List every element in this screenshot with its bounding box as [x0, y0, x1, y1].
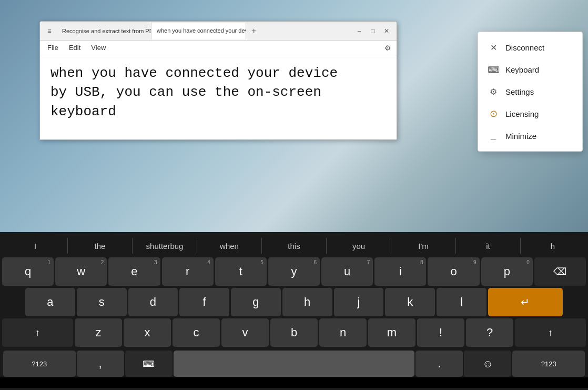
bottom-bar [0, 377, 588, 388]
tab-0-label: Recognise and extract text from PDF [62, 28, 151, 34]
dropdown-keyboard[interactable]: ⌨ Keyboard [478, 58, 582, 81]
minimize-label: Minimize [505, 132, 536, 141]
key-d[interactable]: d [128, 288, 178, 316]
suggestion-3[interactable]: when [199, 239, 259, 253]
key-comma[interactable]: , [77, 351, 124, 377]
tab-0[interactable]: Recognise and extract text from PDF ● [57, 23, 151, 39]
divider-2 [132, 238, 133, 254]
suggestion-5[interactable]: you [329, 239, 389, 253]
notepad-app-icon: ≡ [45, 27, 54, 35]
window-controls: – □ ✕ [353, 25, 394, 37]
suggestions-row: I the shutterbug when this you I'm it h [0, 235, 588, 256]
key-symbol-right[interactable]: ?123 [512, 351, 585, 377]
suggestion-1[interactable]: the [70, 239, 130, 253]
key-row-1: q1 w2 e3 r4 t5 y6 u7 i8 o9 p0 ⌫ [2, 257, 586, 286]
notepad-content[interactable]: when you have connected your device by U… [40, 55, 397, 139]
dropdown-minimize[interactable]: _ Minimize [478, 125, 582, 147]
key-exclaim[interactable]: ! [417, 318, 464, 347]
divider-4 [261, 238, 262, 254]
dropdown-settings[interactable]: ⚙ Settings [478, 81, 582, 103]
window-menubar: File Edit View ⚙ [40, 41, 397, 55]
minimize-icon: _ [488, 130, 499, 142]
period-label: . [438, 357, 441, 371]
key-z[interactable]: z [75, 318, 122, 347]
key-c[interactable]: c [173, 318, 220, 347]
key-f[interactable]: f [179, 288, 229, 316]
key-shift-left[interactable]: ↑ [2, 318, 73, 347]
new-tab-button[interactable]: + [246, 26, 261, 36]
settings-icon[interactable]: ⚙ [384, 44, 394, 52]
keyboard-icon: ⌨ [488, 64, 499, 75]
disconnect-icon: ✕ [488, 42, 499, 53]
key-row-2: a s d f g h j k l ↵ [2, 288, 586, 316]
key-shift-right[interactable]: ↑ [515, 318, 586, 347]
divider-3 [197, 238, 197, 254]
key-question[interactable]: ? [466, 318, 513, 347]
key-h[interactable]: h [282, 288, 332, 316]
key-m[interactable]: m [368, 318, 415, 347]
tab-area: Recognise and extract text from PDF ● wh… [57, 22, 353, 40]
key-n[interactable]: n [319, 318, 367, 347]
key-j[interactable]: j [334, 288, 384, 316]
menu-file[interactable]: File [42, 41, 64, 55]
key-g[interactable]: g [231, 288, 281, 316]
maximize-button[interactable]: □ [367, 25, 379, 37]
key-space[interactable] [174, 351, 415, 377]
gear-icon: ⚙ [488, 86, 499, 97]
key-backspace[interactable]: ⌫ [534, 257, 586, 286]
key-w[interactable]: w2 [55, 257, 107, 286]
keyboard-area: I the shutterbug when this you I'm it h … [0, 232, 588, 390]
symbol-left-label: ?123 [32, 360, 47, 368]
suggestion-8[interactable]: h [523, 239, 583, 253]
key-b[interactable]: b [270, 318, 318, 347]
key-l[interactable]: l [437, 288, 486, 316]
menu-view[interactable]: View [86, 41, 111, 55]
divider-7 [455, 238, 456, 254]
menu-edit[interactable]: Edit [64, 41, 86, 55]
dropdown-disconnect[interactable]: ✕ Disconnect [478, 36, 582, 58]
keyboard-keys: q1 w2 e3 r4 t5 y6 u7 i8 o9 p0 ⌫ a s d f … [0, 256, 588, 350]
suggestion-2[interactable]: shutterbug [135, 239, 195, 253]
suggestion-6[interactable]: I'm [393, 239, 453, 253]
key-y[interactable]: y6 [268, 257, 320, 286]
key-r[interactable]: r4 [162, 257, 214, 286]
desktop: ≡ Recognise and extract text from PDF ● … [0, 0, 588, 390]
dropdown-licensing[interactable]: ⊙ Licensing [478, 103, 582, 125]
minimize-button[interactable]: – [353, 25, 365, 37]
close-button[interactable]: ✕ [381, 25, 392, 37]
tab-1[interactable]: when you have connected your dev… ● [151, 23, 246, 39]
key-symbol-left[interactable]: ?123 [3, 351, 76, 377]
symbol-right-label: ?123 [541, 360, 556, 368]
suggestion-7[interactable]: it [458, 239, 518, 253]
key-t[interactable]: t5 [215, 257, 267, 286]
key-k[interactable]: k [385, 288, 435, 316]
key-v[interactable]: v [221, 318, 269, 347]
suggestion-4[interactable]: this [264, 239, 324, 253]
key-period[interactable]: . [415, 351, 463, 377]
licensing-icon: ⊙ [488, 108, 499, 119]
disconnect-label: Disconnect [505, 43, 544, 52]
divider-1 [67, 238, 68, 254]
key-e[interactable]: e3 [108, 257, 160, 286]
divider-6 [391, 238, 391, 254]
comma-label: , [99, 357, 102, 371]
key-emoji[interactable]: ☺ [464, 351, 511, 377]
bottom-row: ?123 , ⌨ . ☺ ?123 [0, 350, 588, 377]
keyboard-label: Keyboard [505, 65, 539, 74]
window-titlebar: ≡ Recognise and extract text from PDF ● … [40, 22, 397, 41]
key-keyboard-toggle[interactable]: ⌨ [125, 351, 173, 377]
suggestion-0[interactable]: I [5, 239, 65, 253]
key-p[interactable]: p0 [481, 257, 533, 286]
key-o[interactable]: o9 [428, 257, 479, 286]
key-s[interactable]: s [77, 288, 127, 316]
key-a[interactable]: a [25, 288, 75, 316]
notepad-window: ≡ Recognise and extract text from PDF ● … [39, 21, 397, 140]
key-enter[interactable]: ↵ [488, 288, 563, 316]
licensing-label: Licensing [505, 109, 539, 118]
key-u[interactable]: u7 [321, 257, 373, 286]
tab-1-label: when you have connected your dev… [157, 27, 246, 34]
divider-5 [326, 238, 327, 254]
key-q[interactable]: q1 [2, 257, 54, 286]
key-x[interactable]: x [124, 318, 171, 347]
key-i[interactable]: i8 [374, 257, 426, 286]
